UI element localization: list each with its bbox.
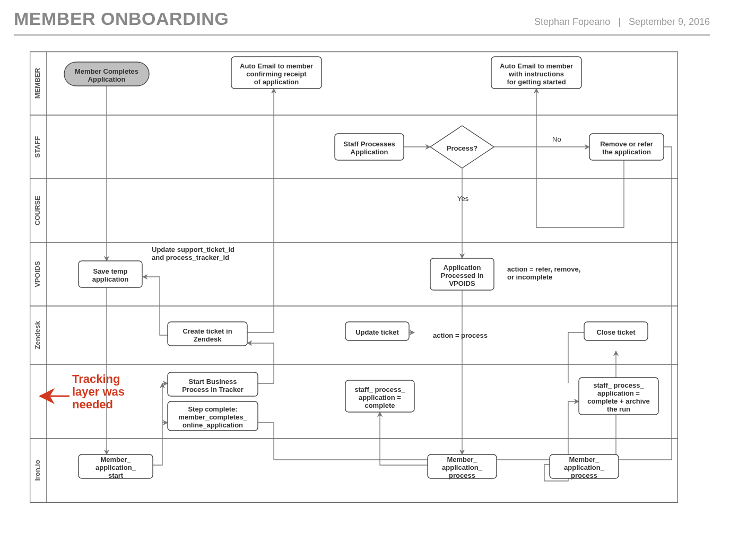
node-createZen: Create ticket inZendesk: [168, 322, 247, 346]
node-updateZen: Update ticket: [345, 322, 409, 340]
node-iron1: Member_application_start: [79, 454, 153, 479]
node-iron3: Member_application_process: [550, 454, 619, 479]
node-closeZen: Close ticket: [584, 322, 648, 340]
node-iron2: Member_application_process: [428, 454, 497, 479]
swimlane-diagram: MEMBERSTAFFCOURSEVPOIDSZendeskIron.io Me…: [30, 51, 678, 508]
author: Stephan Fopeano: [534, 16, 610, 27]
node-email2: Auto Email to memberwith instructionsfor…: [491, 57, 581, 89]
lane-label-ironio: Iron.io: [33, 460, 41, 481]
node-startBP: Start BusinessProcess in Tracker: [168, 372, 258, 396]
node-staffProcComp: staff_ process_application =complete: [345, 380, 414, 412]
node-email1: Auto Email to memberconfirming receiptof…: [231, 57, 322, 89]
node-saveTemp: Save tempapplication: [79, 261, 142, 287]
lane-label-vpoids: VPOIDS: [33, 261, 41, 287]
flow-edge: [247, 89, 274, 332]
callout-label: Trackinglayer wasneeded: [72, 372, 125, 411]
node-label: Update ticket: [355, 328, 399, 336]
annotation-updateIds: Update support_ticket_idand process_trac…: [152, 246, 234, 261]
node-label: Staff ProcessesApplication: [343, 140, 395, 156]
node-label: Step complete:member_completes_online_ap…: [178, 405, 247, 429]
node-label: Auto Email to memberwith instructionsfor…: [500, 62, 573, 86]
node-label: Remove or referthe application: [600, 140, 653, 156]
node-label: Process?: [447, 144, 478, 152]
node-decision: Process?: [430, 126, 494, 168]
node-removeRefer: Remove or referthe application: [589, 134, 664, 160]
annotation-actionRefer: action = refer, remove,or incomplete: [507, 265, 580, 281]
node-label: Start BusinessProcess in Tracker: [182, 378, 244, 393]
flow-edge: [568, 332, 584, 383]
annotation-no: No: [552, 135, 561, 143]
node-label: Close ticket: [597, 328, 636, 336]
node-start: Member CompletesApplication: [64, 62, 149, 86]
node-label: Save tempapplication: [92, 267, 129, 283]
node-appProcV: ApplicationProcessed inVPOIDS: [430, 258, 494, 290]
header-meta: Stephan Fopeano | September 9, 2016: [534, 16, 710, 28]
lane-label-zendesk: Zendesk: [33, 321, 41, 349]
flow-edge: [153, 383, 162, 465]
node-stepDone: Step complete:member_completes_online_ap…: [168, 401, 258, 431]
annotation-yes: Yes: [457, 195, 469, 203]
annotation-actionProcess: action = process: [433, 331, 488, 339]
lane-label-course: COURSE: [33, 196, 41, 225]
node-staffproc: Staff ProcessesApplication: [335, 134, 404, 160]
lane-label-member: MEMBER: [33, 68, 41, 99]
node-staffProcArch: staff_ process_application =complete + a…: [579, 378, 658, 415]
page-title: MEMBER ONBOARDING: [14, 8, 229, 29]
date: September 9, 2016: [629, 16, 710, 27]
lane-label-staff: STAFF: [33, 136, 41, 158]
flow-edge: [258, 423, 584, 460]
